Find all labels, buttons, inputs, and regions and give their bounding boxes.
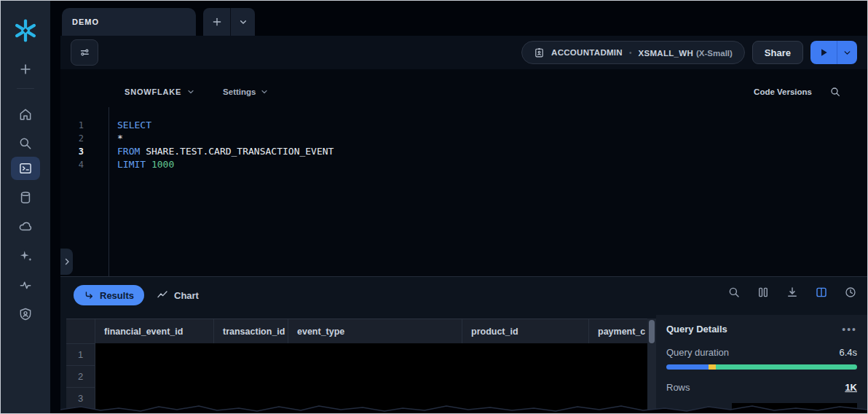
- share-button[interactable]: Share: [752, 41, 803, 64]
- line-number: 3: [60, 145, 91, 158]
- sql-token: 1000: [146, 159, 174, 170]
- tab-actions: [203, 8, 255, 36]
- query-details-title: Query Details: [666, 324, 727, 335]
- code-area[interactable]: 1 SELECT 2 * 3 FROM SHARE.TEST.CARD_TRAN…: [60, 119, 867, 171]
- plus-icon: [211, 16, 223, 28]
- line-number: 2: [60, 132, 91, 145]
- redaction-torn-edge: [60, 403, 867, 413]
- run-button-group: [810, 41, 857, 64]
- code-line-active: 3 FROM SHARE.TEST.CARD_TRANSACTION_EVENT: [60, 145, 867, 158]
- warehouse-size: (X-Small): [696, 49, 733, 58]
- results-panel: Results Chart financial_event_id transac…: [60, 276, 867, 413]
- query-duration-value: 6.4s: [839, 347, 857, 358]
- editor-search-icon[interactable]: [829, 86, 841, 98]
- return-arrow-icon: [84, 290, 95, 301]
- sidebar-item-marketplace[interactable]: [11, 215, 40, 238]
- sql-token: SELECT: [117, 120, 151, 130]
- app-sidebar: [1, 1, 50, 413]
- columns-icon[interactable]: [757, 286, 770, 299]
- column-header[interactable]: payment_c: [589, 319, 647, 343]
- sidebar-item-home[interactable]: [11, 103, 40, 126]
- query-duration-label: Query duration: [666, 347, 729, 358]
- query-details-panel: Query Details ••• Query duration 6.4s Ro…: [656, 315, 867, 413]
- play-icon: [818, 47, 829, 58]
- history-clock-icon[interactable]: [844, 286, 857, 299]
- run-button[interactable]: [810, 41, 837, 64]
- sidebar-item-ai[interactable]: [11, 244, 40, 267]
- expand-panel-button[interactable]: [60, 249, 73, 275]
- query-duration-bar: [666, 364, 857, 370]
- sql-token: FROM: [117, 146, 140, 157]
- sliders-icon: [78, 46, 91, 59]
- tab-results[interactable]: Results: [74, 285, 144, 305]
- run-options-button[interactable]: [837, 41, 857, 64]
- activity-pulse-icon: [18, 278, 33, 292]
- new-tab-button[interactable]: [203, 8, 230, 36]
- chart-line-icon: [157, 289, 168, 301]
- tab-list-dropdown-button[interactable]: [230, 8, 255, 36]
- search-icon: [18, 136, 33, 151]
- separator-dot: •: [629, 49, 632, 57]
- create-plus-icon[interactable]: [18, 62, 33, 77]
- sidebar-item-worksheets[interactable]: [11, 157, 40, 180]
- duration-segment-compile: [666, 364, 709, 370]
- home-icon: [18, 107, 33, 122]
- download-icon[interactable]: [786, 286, 799, 299]
- sidebar-item-search[interactable]: [11, 132, 40, 155]
- ellipsis-menu-icon[interactable]: •••: [842, 326, 857, 333]
- results-tab-label: Results: [100, 290, 134, 301]
- worksheet-toolbar: ACCOUNTADMIN • XSMALL_WH(X-Small) Share: [60, 36, 867, 69]
- rows-count-link[interactable]: 1K: [845, 382, 857, 393]
- sql-token: SHARE.TEST.CARD_TRANSACTION_EVENT: [140, 146, 334, 157]
- role-warehouse-selector[interactable]: ACCOUNTADMIN • XSMALL_WH(X-Small): [521, 41, 745, 64]
- current-role: ACCOUNTADMIN: [551, 48, 623, 57]
- database-icon: [18, 190, 33, 205]
- column-header[interactable]: product_id: [462, 319, 589, 343]
- chevron-down-icon: [843, 48, 852, 58]
- toolbar-right-cluster: ACCOUNTADMIN • XSMALL_WH(X-Small) Share: [521, 36, 857, 69]
- snowsight-window: DEMO ACCOUNTADMIN • XSMALL_WH(X-Small) S…: [0, 0, 868, 414]
- editor-header-right: Code Versions: [754, 86, 841, 98]
- tab-label: DEMO: [72, 17, 99, 26]
- sidebar-divider: [17, 88, 34, 89]
- results-search-icon[interactable]: [727, 286, 741, 299]
- sidebar-item-databases[interactable]: [11, 186, 40, 209]
- line-number: 4: [60, 158, 91, 171]
- column-header[interactable]: transaction_id: [214, 319, 288, 343]
- sidebar-item-activity[interactable]: [11, 273, 40, 297]
- code-line: 2 *: [60, 132, 867, 145]
- column-header[interactable]: financial_event_id: [95, 319, 214, 343]
- admin-shield-icon: [18, 307, 33, 321]
- line-number: 1: [60, 119, 91, 132]
- results-toolbar: [727, 286, 857, 299]
- settings-menu[interactable]: Settings: [223, 87, 269, 96]
- current-warehouse: XSMALL_WH: [638, 49, 693, 58]
- sql-token: *: [117, 133, 123, 144]
- chevron-down-icon: [260, 87, 269, 96]
- settings-label: Settings: [223, 87, 256, 96]
- sql-editor[interactable]: SNOWFLAKE Settings Code Versions 1 SELEC…: [60, 69, 867, 276]
- cloud-icon: [18, 219, 33, 234]
- tab-chart[interactable]: Chart: [149, 285, 206, 305]
- sparkles-icon: [18, 249, 33, 263]
- row-number: 2: [66, 366, 95, 388]
- chevron-down-icon: [237, 16, 249, 28]
- database-selector[interactable]: SNOWFLAKE: [125, 87, 195, 96]
- split-panel-icon[interactable]: [815, 286, 828, 299]
- worksheet-options-button[interactable]: [71, 39, 98, 66]
- scrollbar-thumb[interactable]: [649, 320, 655, 343]
- sql-token: LIMIT: [117, 159, 146, 170]
- chevron-right-icon: [63, 257, 71, 266]
- row-number: 1: [66, 344, 95, 366]
- worksheet-tab-demo[interactable]: DEMO: [62, 8, 196, 36]
- worksheets-terminal-icon: [18, 161, 33, 176]
- table-scrollbar: [647, 319, 656, 413]
- column-header[interactable]: event_type: [288, 319, 462, 343]
- code-versions-button[interactable]: Code Versions: [754, 87, 812, 96]
- code-line: 4 LIMIT 1000: [60, 158, 867, 171]
- role-badge-icon: [534, 47, 545, 58]
- snowflake-logo-icon[interactable]: [13, 18, 38, 43]
- code-line: 1 SELECT: [60, 119, 867, 132]
- rows-label: Rows: [666, 382, 690, 393]
- sidebar-item-admin[interactable]: [11, 302, 40, 326]
